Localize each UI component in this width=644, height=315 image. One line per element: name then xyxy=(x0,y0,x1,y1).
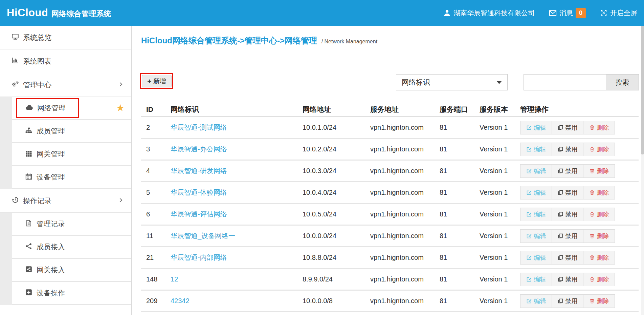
edit-button[interactable]: 编辑 xyxy=(520,251,552,265)
network-name-link[interactable]: 华辰智通-内部网络 xyxy=(171,254,227,261)
disable-button[interactable]: 禁用 xyxy=(552,121,583,134)
gears-icon xyxy=(12,80,19,89)
network-name-link[interactable]: 华辰智通_设备网络一 xyxy=(171,232,235,239)
monitor-icon xyxy=(12,33,19,42)
cell-service: vpn1.hignton.com xyxy=(370,145,440,153)
edit-button[interactable]: 编辑 xyxy=(520,294,552,308)
cell-port: 81 xyxy=(440,167,480,175)
delete-button[interactable]: 删除 xyxy=(583,273,615,286)
cell-service: vpn1.hignton.com xyxy=(370,210,440,218)
add-button[interactable]: + 新增 xyxy=(142,75,172,87)
plus-square-icon xyxy=(25,289,32,298)
network-name-link[interactable]: 华辰智通-体验网络 xyxy=(171,189,227,196)
network-name-link[interactable]: 12 xyxy=(171,275,178,283)
fullscreen-button[interactable]: 开启全屏 xyxy=(600,8,637,18)
col-header-version: 服务版本 xyxy=(480,105,520,114)
cell-network: 10.0.0.0/24 xyxy=(303,232,370,240)
delete-button[interactable]: 删除 xyxy=(583,164,615,178)
edit-button[interactable]: 编辑 xyxy=(520,164,552,178)
network-name-link[interactable]: 42342 xyxy=(171,297,190,304)
sidebar-item-label: 操作记录 xyxy=(23,196,51,206)
delete-button[interactable]: 删除 xyxy=(583,229,615,243)
sidebar-item-gateway-management[interactable]: 网关管理 xyxy=(12,143,131,166)
sidebar-item-system-charts[interactable]: 系统图表 xyxy=(0,49,131,73)
sidebar-item-operation-records[interactable]: 操作记录 xyxy=(0,189,131,213)
search-input[interactable] xyxy=(524,74,606,90)
chevron-right-icon xyxy=(118,81,124,89)
edit-button[interactable]: 编辑 xyxy=(520,186,552,200)
sidebar-nav: 系统总览 系统图表 管理中心 网络管理 ★ 成员管理 xyxy=(0,26,132,315)
edit-button[interactable]: 编辑 xyxy=(520,273,552,286)
disable-button[interactable]: 禁用 xyxy=(552,294,583,308)
sidebar-item-label: 系统图表 xyxy=(23,57,51,66)
col-header-port: 服务端口 xyxy=(440,105,480,114)
delete-button[interactable]: 删除 xyxy=(583,251,615,265)
breadcrumb: HiCloud网络综合管理系统->管理中心->网络管理 / Network Ma… xyxy=(141,35,377,46)
edit-icon xyxy=(526,190,532,195)
cell-service: vpn1.hignton.com xyxy=(370,275,440,283)
network-name-link[interactable]: 华辰智通-评估网络 xyxy=(171,210,227,218)
cell-network: 10.8.8.0/24 xyxy=(303,254,370,261)
sidebar-item-system-overview[interactable]: 系统总览 xyxy=(0,26,131,49)
delete-button[interactable]: 删除 xyxy=(583,186,615,200)
cell-service: vpn1.hignton.com xyxy=(370,167,440,175)
vertical-scrollbar[interactable] xyxy=(641,26,644,315)
network-name-link[interactable]: 华辰智通-测试网络 xyxy=(171,124,227,131)
cell-version: Version 1 xyxy=(480,124,520,131)
network-name-link[interactable]: 华辰智通-办公网络 xyxy=(171,145,227,153)
sidebar-item-network-management[interactable]: 网络管理 ★ xyxy=(12,97,131,120)
sidebar-item-gateway-access[interactable]: 网关接入 xyxy=(12,259,131,282)
delete-button[interactable]: 删除 xyxy=(583,121,615,134)
disable-icon xyxy=(558,255,563,260)
user-icon xyxy=(443,9,451,17)
disable-icon xyxy=(558,125,563,130)
disable-button[interactable]: 禁用 xyxy=(552,229,583,243)
sidebar-item-management-center[interactable]: 管理中心 xyxy=(0,73,131,97)
cell-version: Version 1 xyxy=(480,275,520,283)
disable-button[interactable]: 禁用 xyxy=(552,186,583,200)
content-divider xyxy=(132,64,644,64)
disable-button[interactable]: 禁用 xyxy=(552,164,583,178)
cell-version: Version 1 xyxy=(480,232,520,240)
delete-button[interactable]: 删除 xyxy=(583,143,615,156)
scrollbar-thumb[interactable] xyxy=(641,26,644,154)
calendar-icon xyxy=(25,173,32,182)
delete-button[interactable]: 删除 xyxy=(583,294,615,308)
company-menu[interactable]: 湖南华辰智通科技有限公司 xyxy=(443,8,535,18)
sidebar-item-device-management[interactable]: 设备管理 xyxy=(12,166,131,189)
management-center-submenu: 网络管理 ★ 成员管理 网关管理 设备管理 xyxy=(0,97,131,189)
disable-button[interactable]: 禁用 xyxy=(552,273,583,286)
trash-icon xyxy=(589,190,595,195)
network-table: ID 网络标识 网络地址 服务地址 服务端口 服务版本 管理操作 2 华辰智通-… xyxy=(141,103,639,312)
share-square-icon xyxy=(25,266,32,275)
sidebar-item-member-access[interactable]: 成员接入 xyxy=(12,236,131,259)
edit-button[interactable]: 编辑 xyxy=(520,121,552,134)
col-header-service: 服务地址 xyxy=(370,105,440,114)
disable-button[interactable]: 禁用 xyxy=(552,208,583,221)
sidebar-item-member-management[interactable]: 成员管理 xyxy=(12,120,131,143)
search-button[interactable]: 搜索 xyxy=(606,74,639,90)
cell-id: 2 xyxy=(146,124,171,131)
network-name-link[interactable]: 华辰智通-研发网络 xyxy=(171,167,227,174)
edit-button[interactable]: 编辑 xyxy=(520,229,552,243)
disable-button[interactable]: 禁用 xyxy=(552,143,583,156)
messages-menu[interactable]: 消息 0 xyxy=(549,8,586,18)
edit-button[interactable]: 编辑 xyxy=(520,208,552,221)
filter-dropdown[interactable]: 网络标识 xyxy=(396,74,508,90)
sidebar-item-management-records[interactable]: 管理记录 xyxy=(12,213,131,236)
sidebar-item-device-operations[interactable]: 设备操作 xyxy=(12,282,131,305)
disable-button[interactable]: 禁用 xyxy=(552,251,583,265)
top-header-bar: HiCloud 网络综合管理系统 湖南华辰智通科技有限公司 消息 0 开启全屏 xyxy=(0,0,644,26)
trash-icon xyxy=(589,233,595,239)
cell-port: 81 xyxy=(440,124,480,131)
sidebar-item-label: 网关管理 xyxy=(37,149,65,159)
edit-button[interactable]: 编辑 xyxy=(520,143,552,156)
table-row: 6 华辰智通-评估网络 10.0.5.0/24 vpn1.hignton.com… xyxy=(141,204,639,226)
cell-port: 81 xyxy=(440,210,480,218)
sidebar-item-label: 网关接入 xyxy=(37,265,65,275)
cell-network: 10.0.5.0/24 xyxy=(303,210,370,218)
cell-network: 10.0.2.0/24 xyxy=(303,145,370,153)
brand-subtitle: 网络综合管理系统 xyxy=(51,9,111,19)
delete-button[interactable]: 删除 xyxy=(583,208,615,221)
table-header-row: ID 网络标识 网络地址 服务地址 服务端口 服务版本 管理操作 xyxy=(141,103,639,117)
